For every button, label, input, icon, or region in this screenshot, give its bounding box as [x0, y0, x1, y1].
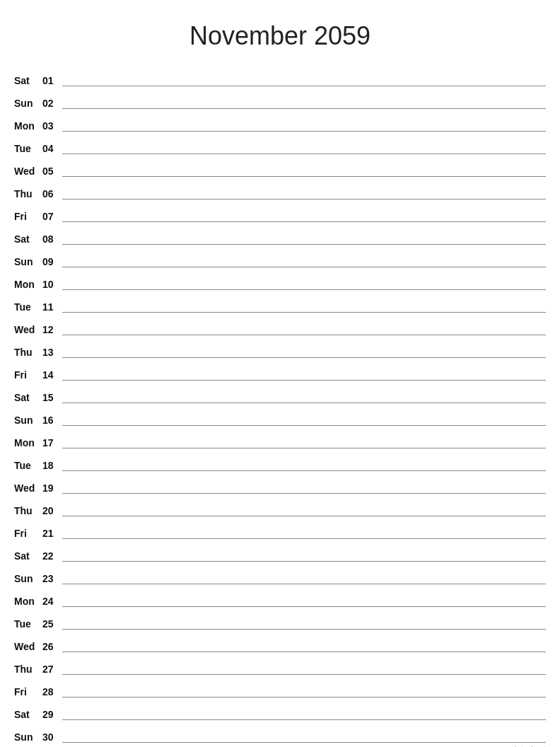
page: November 2059 Sat01Sun02Mon03Tue04Wed05T… — [0, 0, 560, 747]
day-line — [62, 587, 546, 607]
day-number: 29 — [42, 697, 62, 720]
day-number: 21 — [42, 516, 62, 539]
day-line-cell — [62, 720, 546, 743]
day-line-cell — [62, 313, 546, 335]
calendar-row: Mon03 — [14, 109, 546, 132]
day-name: Tue — [14, 448, 42, 471]
calendar-row: Fri28 — [14, 675, 546, 697]
day-name: Thu — [14, 335, 42, 358]
day-name: Mon — [14, 426, 42, 448]
day-number: 27 — [42, 652, 62, 675]
day-number: 16 — [42, 403, 62, 426]
day-number: 30 — [42, 720, 62, 743]
calendar-row: Wed05 — [14, 154, 546, 177]
day-line — [62, 338, 546, 358]
calendar-row: Wed19 — [14, 471, 546, 494]
day-name: Sat — [14, 697, 42, 720]
day-name: Sat — [14, 381, 42, 403]
calendar-row: Fri21 — [14, 516, 546, 539]
day-line — [62, 723, 546, 743]
day-line-cell — [62, 562, 546, 584]
day-name: Fri — [14, 358, 42, 381]
day-number: 26 — [42, 630, 62, 652]
day-name: Sun — [14, 720, 42, 743]
day-name: Tue — [14, 607, 42, 630]
day-line-cell — [62, 494, 546, 516]
calendar-row: Mon17 — [14, 426, 546, 448]
calendar-row: Sun23 — [14, 562, 546, 584]
calendar-row: Sat01 — [14, 64, 546, 86]
day-name: Sat — [14, 222, 42, 245]
day-name: Mon — [14, 109, 42, 132]
day-number: 04 — [42, 132, 62, 154]
day-line — [62, 542, 546, 562]
day-line — [62, 66, 546, 86]
calendar-row: Sat29 — [14, 697, 546, 720]
day-number: 06 — [42, 177, 62, 199]
day-number: 03 — [42, 109, 62, 132]
day-line-cell — [62, 584, 546, 607]
day-name: Mon — [14, 267, 42, 290]
calendar-row: Wed12 — [14, 313, 546, 335]
day-number: 02 — [42, 86, 62, 109]
calendar-row: Wed26 — [14, 630, 546, 652]
calendar-row: Mon24 — [14, 584, 546, 607]
calendar-row: Sun02 — [14, 86, 546, 109]
day-line-cell — [62, 64, 546, 86]
day-line-cell — [62, 199, 546, 222]
calendar-row: Tue11 — [14, 290, 546, 313]
day-line-cell — [62, 132, 546, 154]
calendar-row: Tue25 — [14, 607, 546, 630]
day-number: 17 — [42, 426, 62, 448]
calendar-row: Sat22 — [14, 539, 546, 562]
calendar-row: Thu13 — [14, 335, 546, 358]
day-line-cell — [62, 86, 546, 109]
day-line — [62, 361, 546, 381]
day-line — [62, 429, 546, 448]
day-line-cell — [62, 109, 546, 132]
day-line-cell — [62, 539, 546, 562]
calendar-row: Thu27 — [14, 652, 546, 675]
day-line-cell — [62, 675, 546, 697]
day-line — [62, 700, 546, 720]
calendar-row: Thu06 — [14, 177, 546, 199]
day-line-cell — [62, 630, 546, 652]
day-name: Wed — [14, 630, 42, 652]
calendar-row: Thu20 — [14, 494, 546, 516]
day-line-cell — [62, 448, 546, 471]
day-line-cell — [62, 290, 546, 313]
day-number: 28 — [42, 675, 62, 697]
calendar-row: Sat08 — [14, 222, 546, 245]
day-line — [62, 519, 546, 539]
day-line — [62, 293, 546, 313]
day-name: Sat — [14, 539, 42, 562]
day-line — [62, 270, 546, 290]
day-line — [62, 89, 546, 109]
day-name: Thu — [14, 652, 42, 675]
day-name: Sun — [14, 403, 42, 426]
day-number: 23 — [42, 562, 62, 584]
day-name: Sun — [14, 245, 42, 267]
day-line — [62, 610, 546, 630]
day-line — [62, 383, 546, 403]
day-line — [62, 632, 546, 652]
calendar-table: Sat01Sun02Mon03Tue04Wed05Thu06Fri07Sat08… — [14, 64, 546, 743]
day-name: Fri — [14, 516, 42, 539]
day-number: 05 — [42, 154, 62, 177]
day-line — [62, 134, 546, 154]
day-line — [62, 315, 546, 335]
day-line — [62, 202, 546, 222]
day-number: 18 — [42, 448, 62, 471]
calendar-row: Sun30 — [14, 720, 546, 743]
day-line-cell — [62, 245, 546, 267]
day-number: 11 — [42, 290, 62, 313]
day-line-cell — [62, 381, 546, 403]
day-line-cell — [62, 607, 546, 630]
day-number: 22 — [42, 539, 62, 562]
day-number: 14 — [42, 358, 62, 381]
day-name: Fri — [14, 199, 42, 222]
day-number: 01 — [42, 64, 62, 86]
day-name: Sun — [14, 86, 42, 109]
calendar-row: Sun16 — [14, 403, 546, 426]
day-line — [62, 655, 546, 675]
